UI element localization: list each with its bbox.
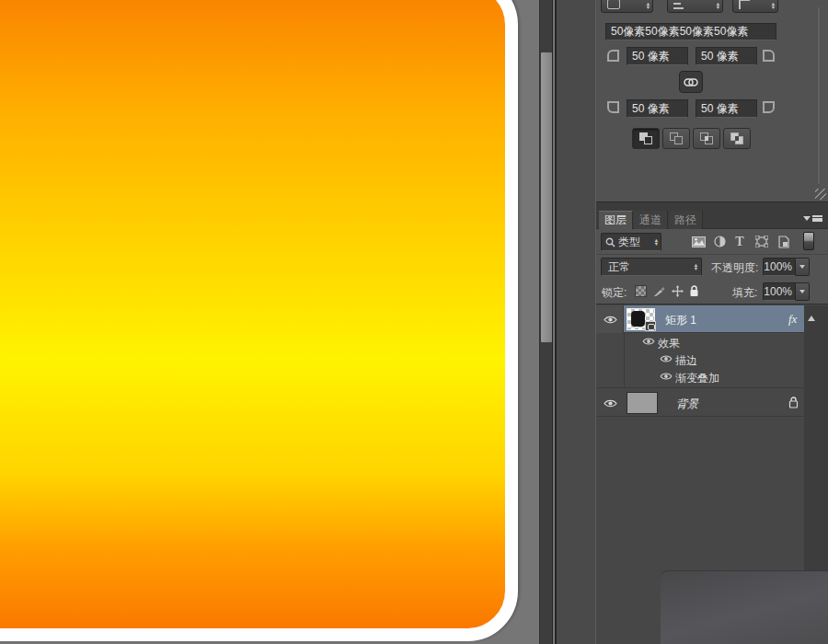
top-left-radius-value: 50 像素 bbox=[632, 49, 670, 64]
layer-row-rectangle[interactable]: 矩形 1 fx bbox=[596, 305, 804, 333]
opacity-value-field[interactable]: 100% bbox=[763, 258, 796, 276]
stepper-icon: ▴▾ bbox=[655, 238, 658, 246]
canvas-scrollbar-thumb[interactable] bbox=[541, 52, 552, 342]
rounded-rectangle-shape[interactable] bbox=[0, 0, 518, 641]
stroke-align-dropdown[interactable]: ▴▾ bbox=[667, 0, 723, 13]
tab-layers-label: 图层 bbox=[604, 213, 627, 228]
workspace-background bbox=[555, 0, 595, 644]
exclude-shapes-button[interactable] bbox=[723, 128, 751, 149]
opacity-label: 不透明度: bbox=[711, 260, 758, 276]
layer-row-background[interactable]: 背景 bbox=[596, 387, 804, 417]
effect-gradient-overlay-label: 渐变叠加 bbox=[675, 371, 719, 386]
chevron-down-icon bbox=[799, 290, 805, 293]
subtract-shape-icon bbox=[670, 132, 684, 145]
top-left-radius-field[interactable]: 50 像素 bbox=[627, 47, 688, 65]
eye-icon[interactable] bbox=[660, 372, 673, 381]
stroke-corner-dropdown[interactable]: ▴▾ bbox=[732, 0, 778, 13]
bottom-left-radius-field[interactable]: 50 像素 bbox=[627, 99, 688, 118]
chain-link-icon bbox=[684, 78, 698, 86]
tab-channels-label: 通道 bbox=[639, 213, 661, 228]
blend-mode-dropdown[interactable]: 正常 ▴▾ bbox=[601, 258, 702, 276]
bottom-left-corner-icon bbox=[607, 101, 619, 113]
effect-row-stroke[interactable]: 描边 bbox=[596, 351, 804, 368]
stroke-align-icon bbox=[673, 0, 684, 9]
tab-paths[interactable]: 路径 bbox=[669, 211, 703, 229]
top-right-radius-field[interactable]: 50 像素 bbox=[696, 47, 757, 65]
smart-object-filter-icon[interactable] bbox=[776, 235, 791, 248]
lock-transparent-pixels-icon[interactable] bbox=[634, 284, 647, 297]
layer-name[interactable]: 矩形 1 bbox=[665, 313, 696, 328]
document-canvas[interactable] bbox=[0, 0, 555, 644]
shape-properties-panel: ▴▾ ▴▾ ▴▾ 50像素50像素50像素50像素 50 像素 50 像素 bbox=[596, 0, 828, 202]
stepper-icon[interactable]: ▴▾ bbox=[772, 2, 775, 9]
fill-value-field[interactable]: 100% bbox=[763, 282, 796, 301]
tab-layers[interactable]: 图层 bbox=[599, 211, 633, 229]
layer-name[interactable]: 背景 bbox=[676, 397, 698, 412]
properties-scrollbar[interactable] bbox=[818, 7, 820, 184]
layer-thumbnail[interactable] bbox=[627, 392, 658, 414]
effects-group-row[interactable]: 效果 bbox=[596, 333, 804, 351]
fill-dropdown-button[interactable] bbox=[796, 282, 810, 301]
eye-icon[interactable] bbox=[604, 315, 617, 325]
right-panel: ▴▾ ▴▾ ▴▾ 50像素50像素50像素50像素 50 像素 50 像素 bbox=[595, 0, 828, 644]
eye-icon[interactable] bbox=[604, 398, 617, 408]
lock-all-icon[interactable] bbox=[687, 284, 700, 297]
bottom-right-radius-value: 50 像素 bbox=[701, 101, 739, 117]
panel-menu-button[interactable] bbox=[803, 215, 822, 222]
effects-group-label: 效果 bbox=[658, 336, 680, 351]
corner-radius-summary-field[interactable]: 50像素50像素50像素50像素 bbox=[605, 23, 776, 40]
visibility-column bbox=[596, 305, 624, 333]
photoshop-window: ▴▾ ▴▾ ▴▾ 50像素50像素50像素50像素 50 像素 50 像素 bbox=[0, 0, 828, 644]
menu-lines-icon bbox=[812, 215, 822, 222]
top-right-radius-value: 50 像素 bbox=[701, 49, 739, 64]
top-right-corner-icon bbox=[763, 50, 775, 62]
opacity-value: 100% bbox=[764, 260, 792, 273]
effect-row-gradient-overlay[interactable]: 渐变叠加 bbox=[596, 368, 804, 385]
blend-mode-row: 正常 ▴▾ 不透明度: 100% bbox=[596, 255, 828, 280]
pixel-layer-filter-icon[interactable] bbox=[691, 235, 706, 248]
collapse-effects-arrow[interactable] bbox=[808, 316, 815, 321]
layer-thumbnail[interactable] bbox=[627, 308, 655, 330]
combine-shapes-icon bbox=[639, 132, 653, 145]
effect-stroke-label: 描边 bbox=[675, 353, 697, 369]
eye-icon[interactable] bbox=[642, 337, 655, 346]
shape-layer-filter-icon[interactable] bbox=[754, 235, 769, 248]
stroke-type-icon bbox=[607, 0, 620, 9]
layer-filter-row: 类型 ▴▾ T bbox=[596, 229, 828, 255]
watermark-region bbox=[661, 570, 828, 644]
layer-lock-icon bbox=[788, 397, 799, 408]
opacity-dropdown-button[interactable] bbox=[796, 258, 810, 276]
filter-type-dropdown[interactable]: 类型 ▴▾ bbox=[601, 233, 661, 251]
type-layer-filter-icon[interactable]: T bbox=[732, 235, 747, 248]
bottom-left-radius-value: 50 像素 bbox=[632, 101, 670, 117]
fill-label: 填充: bbox=[732, 285, 757, 301]
link-radius-values-button[interactable] bbox=[679, 71, 703, 93]
exclude-shapes-icon bbox=[730, 132, 744, 145]
fill-value: 100% bbox=[764, 285, 792, 298]
chevron-down-icon bbox=[803, 216, 811, 221]
stroke-type-dropdown[interactable]: ▴▾ bbox=[601, 0, 653, 13]
lock-label: 锁定: bbox=[602, 285, 627, 301]
adjustment-layer-filter-icon[interactable] bbox=[712, 235, 727, 248]
combine-shapes-button[interactable] bbox=[632, 128, 660, 149]
bottom-right-radius-field[interactable]: 50 像素 bbox=[696, 99, 757, 118]
bottom-right-corner-icon bbox=[763, 101, 775, 113]
eye-icon[interactable] bbox=[660, 354, 673, 363]
tab-paths-label: 路径 bbox=[674, 213, 696, 228]
search-icon bbox=[605, 237, 615, 247]
panel-resize-grip[interactable] bbox=[815, 189, 826, 200]
stepper-icon[interactable]: ▴▾ bbox=[717, 2, 719, 9]
stepper-icon[interactable]: ▴▾ bbox=[647, 2, 650, 9]
subtract-shape-button[interactable] bbox=[662, 128, 690, 149]
chevron-down-icon bbox=[799, 265, 805, 269]
lock-row: 锁定: 填充: 100% bbox=[596, 280, 828, 305]
intersect-shapes-button[interactable] bbox=[693, 128, 720, 149]
tab-channels[interactable]: 通道 bbox=[634, 211, 668, 229]
filter-toggle-switch[interactable] bbox=[803, 232, 814, 250]
lock-image-pixels-icon[interactable] bbox=[652, 284, 665, 297]
lock-position-icon[interactable] bbox=[671, 284, 684, 297]
filter-type-label: 类型 bbox=[618, 235, 652, 250]
panel-tab-bar: 图层 通道 路径 bbox=[596, 211, 828, 229]
fx-badge[interactable]: fx bbox=[788, 312, 797, 327]
canvas-vertical-scrollbar[interactable] bbox=[539, 0, 553, 644]
